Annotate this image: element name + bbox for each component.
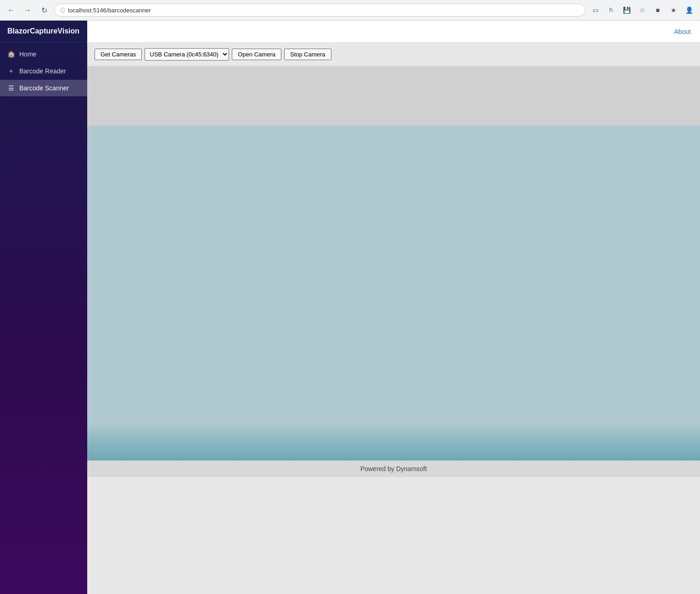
address-security-icon: ⓘ bbox=[60, 7, 65, 14]
get-cameras-button[interactable]: Get Cameras bbox=[95, 49, 142, 60]
address-bar[interactable]: ⓘ localhost:5146/barcodescanner bbox=[54, 4, 585, 17]
sidebar-item-barcode-reader[interactable]: ＋ Barcode Reader bbox=[0, 62, 87, 80]
reload-button[interactable]: ↻ bbox=[38, 4, 50, 17]
address-url: localhost:5146/barcodescanner bbox=[68, 7, 151, 14]
browser-toolbar: ← → ↻ ⓘ localhost:5146/barcodescanner ▭ … bbox=[0, 0, 700, 20]
extensions-button[interactable]: ■ bbox=[651, 4, 664, 17]
footer-text: Powered by Dynamsoft bbox=[360, 465, 427, 472]
open-camera-button[interactable]: Open Camera bbox=[232, 49, 281, 60]
browser-actions: ▭ ｈ 💾 ☆ ■ ★ 👤 bbox=[589, 4, 695, 17]
page-content: Get Cameras USB Camera (0c45:6340) Open … bbox=[87, 43, 700, 594]
profile-button[interactable]: 👤 bbox=[683, 4, 695, 17]
screen-cast-button[interactable]: ▭ bbox=[589, 4, 602, 17]
app-logo: BlazorCaptureVision bbox=[0, 21, 87, 42]
camera-feed: ↷ SCAN THE CODE TO SEE THE MENU bbox=[87, 126, 700, 424]
camera-bottom-wave bbox=[87, 424, 700, 461]
sidebar-item-barcode-reader-label: Barcode Reader bbox=[19, 67, 66, 75]
back-button[interactable]: ← bbox=[5, 4, 17, 17]
reader-mode-button[interactable]: ｈ bbox=[605, 4, 617, 17]
sidebar-item-home-label: Home bbox=[19, 50, 36, 58]
scanner-icon: ☰ bbox=[7, 84, 15, 92]
footer: Powered by Dynamsoft bbox=[87, 461, 700, 477]
main-content: About Get Cameras USB Camera (0c45:6340)… bbox=[87, 21, 700, 594]
star-button[interactable]: ☆ bbox=[636, 4, 649, 17]
plus-icon: ＋ bbox=[7, 67, 15, 75]
stop-camera-button[interactable]: Stop Camera bbox=[284, 49, 331, 60]
home-icon: 🏠 bbox=[7, 50, 15, 58]
camera-container: ↷ SCAN THE CODE TO SEE THE MENU bbox=[87, 66, 700, 461]
sidebar-nav: 🏠 Home ＋ Barcode Reader ☰ Barcode Scanne… bbox=[0, 42, 87, 100]
sidebar-item-barcode-scanner[interactable]: ☰ Barcode Scanner bbox=[0, 80, 87, 96]
about-link[interactable]: About bbox=[674, 28, 691, 35]
save-button[interactable]: 💾 bbox=[620, 4, 633, 17]
browser-chrome: ← → ↻ ⓘ localhost:5146/barcodescanner ▭ … bbox=[0, 0, 700, 21]
camera-gray-area bbox=[87, 66, 700, 126]
sidebar-item-barcode-scanner-label: Barcode Scanner bbox=[19, 84, 69, 92]
forward-button[interactable]: → bbox=[21, 4, 34, 17]
camera-select[interactable]: USB Camera (0c45:6340) bbox=[145, 48, 229, 61]
toolbar-area: Get Cameras USB Camera (0c45:6340) Open … bbox=[87, 43, 700, 66]
sidebar-item-home[interactable]: 🏠 Home bbox=[0, 46, 87, 62]
top-bar: About bbox=[87, 21, 700, 43]
app-container: BlazorCaptureVision 🏠 Home ＋ Barcode Rea… bbox=[0, 21, 700, 594]
favorites-button[interactable]: ★ bbox=[667, 4, 680, 17]
sidebar: BlazorCaptureVision 🏠 Home ＋ Barcode Rea… bbox=[0, 21, 87, 594]
